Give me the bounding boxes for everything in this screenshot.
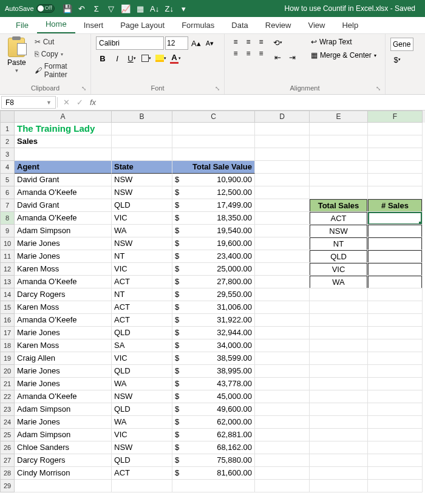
cell[interactable] — [368, 225, 423, 237]
tab-insert[interactable]: Insert — [75, 17, 112, 33]
cell-agent[interactable]: Adam Simpson — [15, 403, 112, 416]
cell[interactable] — [255, 263, 310, 276]
formula-input[interactable] — [101, 95, 425, 110]
column-header[interactable]: C — [172, 111, 255, 123]
row-header[interactable]: 27 — [0, 454, 15, 467]
cell[interactable] — [368, 123, 423, 135]
cell[interactable] — [255, 403, 310, 416]
cell[interactable] — [310, 429, 368, 441]
column-header[interactable]: E — [310, 111, 368, 123]
row-header[interactable]: 26 — [0, 441, 15, 454]
chevron-down-icon[interactable]: ▼ — [46, 100, 52, 106]
font-dialog-launcher[interactable]: ⤡ — [215, 85, 222, 92]
cell-state[interactable]: QLD — [112, 199, 172, 212]
format-painter-button[interactable]: 🖌Format Painter — [32, 61, 86, 80]
underline-button[interactable]: U ▾ — [125, 52, 138, 64]
cell[interactable] — [112, 135, 172, 148]
cell[interactable] — [255, 186, 310, 199]
cell-amount[interactable]: $49,600.00 — [172, 403, 255, 416]
cell[interactable]: Sales — [15, 135, 112, 148]
worksheet-grid[interactable]: A B C D E F 1The Training Lady2Sales34Ag… — [0, 111, 425, 492]
toggle-off-icon[interactable]: Off — [36, 4, 55, 13]
cell-agent[interactable]: Marie Jones — [15, 327, 112, 339]
tab-page-layout[interactable]: Page Layout — [112, 17, 173, 33]
cell-agent[interactable]: Marie Jones — [15, 237, 112, 250]
cell[interactable] — [368, 212, 423, 225]
accounting-format-button[interactable]: $ ▾ — [390, 53, 404, 66]
cancel-formula-icon[interactable]: ✕ — [60, 97, 72, 109]
cell-agent[interactable]: Marie Jones — [15, 378, 112, 390]
cell[interactable]: Agent — [15, 161, 112, 174]
cell-state[interactable]: NT — [112, 250, 172, 263]
cell[interactable] — [368, 467, 423, 480]
alignment-dialog-launcher[interactable]: ⤡ — [376, 85, 383, 92]
row-header[interactable]: 5 — [0, 174, 15, 186]
cell[interactable]: ACT — [310, 212, 368, 225]
align-middle-button[interactable]: ≡ — [242, 36, 254, 47]
cell[interactable] — [310, 339, 368, 352]
row-header[interactable]: 28 — [0, 467, 15, 480]
cell-agent[interactable]: Darcy Rogers — [15, 288, 112, 301]
cut-button[interactable]: ✂Cut — [32, 36, 86, 47]
cell[interactable] — [310, 480, 368, 492]
paste-button[interactable]: Paste ▼ — [5, 36, 29, 84]
border-button[interactable]: ▾ — [140, 52, 153, 64]
cell-agent[interactable]: Adam Simpson — [15, 225, 112, 237]
row-header[interactable]: 3 — [0, 148, 15, 161]
row-header[interactable]: 24 — [0, 416, 15, 429]
cell-agent[interactable]: Craig Allen — [15, 352, 112, 365]
cell[interactable] — [255, 237, 310, 250]
tab-data[interactable]: Data — [223, 17, 256, 33]
cell[interactable] — [255, 467, 310, 480]
cell[interactable] — [310, 135, 368, 148]
chart-icon[interactable]: 📈 — [119, 2, 132, 15]
cell-amount[interactable]: $62,881.00 — [172, 429, 255, 441]
row-header[interactable]: 29 — [0, 480, 15, 492]
cell[interactable]: WA — [310, 276, 368, 288]
enter-formula-icon[interactable]: ✓ — [73, 97, 86, 109]
cell[interactable] — [368, 276, 423, 288]
cell-state[interactable]: NSW — [112, 390, 172, 403]
cell[interactable] — [255, 123, 310, 135]
cell-state[interactable]: WA — [112, 378, 172, 390]
cell-state[interactable]: SA — [112, 339, 172, 352]
tab-help[interactable]: Help — [333, 17, 367, 33]
cell[interactable] — [255, 135, 310, 148]
number-format-input[interactable] — [390, 38, 413, 51]
cell-state[interactable]: ACT — [112, 467, 172, 480]
cell-amount[interactable]: $34,000.00 — [172, 339, 255, 352]
cell[interactable] — [310, 467, 368, 480]
row-header[interactable]: 12 — [0, 263, 15, 276]
cell[interactable] — [310, 365, 368, 378]
cell[interactable]: NSW — [310, 225, 368, 237]
wrap-text-button[interactable]: ↩Wrap Text — [307, 36, 380, 47]
cell[interactable] — [112, 123, 172, 135]
cell[interactable] — [255, 174, 310, 186]
row-header[interactable]: 15 — [0, 301, 15, 314]
row-header[interactable]: 14 — [0, 288, 15, 301]
cell-amount[interactable]: $29,550.00 — [172, 288, 255, 301]
cell-state[interactable]: NSW — [112, 237, 172, 250]
cell-amount[interactable]: $32,944.00 — [172, 327, 255, 339]
cell-amount[interactable]: $31,922.00 — [172, 314, 255, 327]
row-header[interactable]: 21 — [0, 378, 15, 390]
decrease-font-icon[interactable]: A▾ — [204, 39, 216, 47]
cell-agent[interactable]: David Grant — [15, 199, 112, 212]
cell[interactable] — [255, 301, 310, 314]
cell[interactable] — [368, 174, 423, 186]
cell-agent[interactable]: Marie Jones — [15, 365, 112, 378]
autosave-toggle[interactable]: AutoSave Off — [5, 4, 55, 13]
cell[interactable] — [368, 441, 423, 454]
bold-button[interactable]: B — [96, 52, 109, 64]
cell-state[interactable]: ACT — [112, 301, 172, 314]
cell-agent[interactable]: Karen Moss — [15, 263, 112, 276]
cell[interactable]: VIC — [310, 263, 368, 276]
decrease-indent-button[interactable]: ⇤ — [271, 51, 284, 63]
cell-amount[interactable]: $38,995.00 — [172, 365, 255, 378]
sort-desc-icon[interactable]: Z↓ — [163, 2, 176, 15]
cell-agent[interactable]: Karen Moss — [15, 301, 112, 314]
cell-amount[interactable]: $27,800.00 — [172, 276, 255, 288]
cell-amount[interactable]: $17,499.00 — [172, 199, 255, 212]
cell[interactable] — [310, 174, 368, 186]
cell[interactable] — [368, 339, 423, 352]
